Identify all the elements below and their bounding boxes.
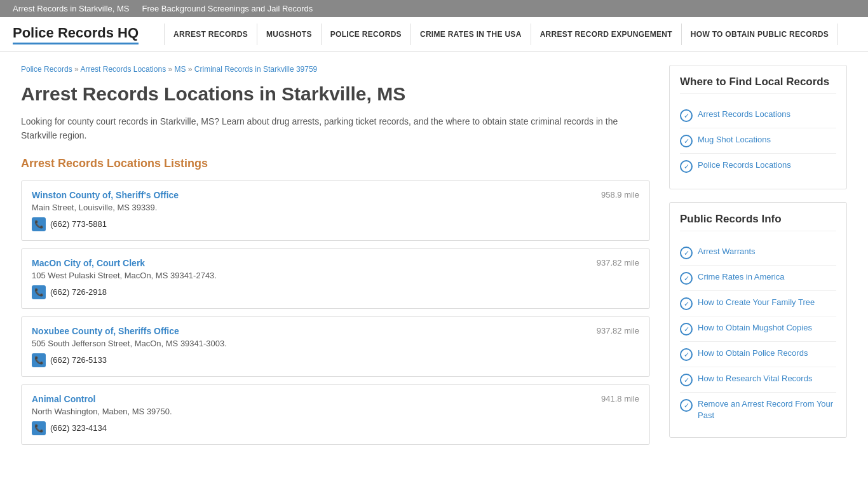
listing-phone: 📞 (662) 773-5881 [32,217,639,231]
sidebar-pub-link-4: ✓ How to Obtain Mugshot Copies [680,316,836,342]
listing-name: Noxubee County of, Sheriffs Office [32,326,179,336]
sidebar-remove-arrest-link[interactable]: Remove an Arrest Record From Your Past [698,398,836,421]
listing-distance: 941.8 mile [601,394,639,403]
phone-icon: 📞 [32,217,46,231]
check-icon: ✓ [680,348,693,361]
main-nav: ARREST RECORDS MUGSHOTS POLICE RECORDS C… [164,24,838,45]
nav-mugshots[interactable]: MUGSHOTS [257,24,322,45]
sidebar-local-link-3: ✓ Police Records Locations [680,154,836,179]
sidebar-mugshot-copies-link[interactable]: How to Obtain Mugshot Copies [698,322,812,334]
listing-address: Main Street, Louisville, MS 39339. [32,203,639,212]
check-icon: ✓ [680,135,693,147]
page-description: Looking for county court records in Star… [21,114,650,143]
check-icon: ✓ [680,247,693,259]
listing-card: Animal Control 941.8 mile North Washingt… [21,384,650,445]
page-title: Arrest Records Locations in Starkville, … [21,83,650,105]
sidebar-vital-records-link[interactable]: How to Research Vital Records [698,373,812,384]
check-icon: ✓ [680,323,693,336]
sidebar-police-records-info-link[interactable]: How to Obtain Police Records [698,348,808,359]
listing-phone: 📞 (662) 726-5133 [32,353,639,367]
sidebar-pub-link-6: ✓ How to Research Vital Records [680,367,836,393]
sidebar: Where to Find Local Records ✓ Arrest Rec… [669,65,847,452]
breadcrumb: Police Records » Arrest Records Location… [21,65,650,74]
sidebar-pub-link-1: ✓ Arrest Warrants [680,240,836,266]
sidebar-mug-shot-link[interactable]: Mug Shot Locations [698,134,771,146]
listing-card: Noxubee County of, Sheriffs Office 937.8… [21,316,650,377]
listing-name: MacOn City of, Court Clerk [32,258,145,268]
sidebar-crime-rates-link[interactable]: Crime Rates in America [698,271,785,283]
main-container: Police Records » Arrest Records Location… [8,52,860,465]
content-area: Police Records » Arrest Records Location… [21,65,650,452]
listing-header: Animal Control 941.8 mile [32,394,639,404]
sidebar-local-records-title: Where to Find Local Records [680,76,836,94]
check-icon: ✓ [680,160,693,173]
sidebar-police-records-link[interactable]: Police Records Locations [698,159,791,171]
check-icon: ✓ [680,399,693,412]
phone-number: (662) 773-5881 [50,219,107,229]
sidebar-arrest-records-link[interactable]: Arrest Records Locations [698,109,790,120]
topbar-link-2[interactable]: Free Background Screenings and Jail Reco… [142,4,313,13]
sidebar-pub-link-3: ✓ How to Create Your Family Tree [680,291,836,316]
sidebar-arrest-warrants-link[interactable]: Arrest Warrants [698,246,756,257]
listing-distance: 937.82 mile [597,258,639,268]
listing-distance: 937.82 mile [597,326,639,336]
listing-address: 105 West Pulaski Street, MacOn, MS 39341… [32,271,639,280]
listing-phone: 📞 (662) 726-2918 [32,285,639,299]
sidebar-pub-link-7: ✓ Remove an Arrest Record From Your Past [680,393,836,427]
sidebar-local-records-box: Where to Find Local Records ✓ Arrest Rec… [669,65,847,189]
sidebar-pub-link-5: ✓ How to Obtain Police Records [680,342,836,367]
listing-name: Animal Control [32,394,95,404]
breadcrumb-starkville[interactable]: Criminal Records in Starkville 39759 [194,65,317,74]
phone-number: (662) 323-4134 [50,423,107,433]
sidebar-pub-link-2: ✓ Crime Rates in America [680,266,836,291]
breadcrumb-arrest-locations[interactable]: Arrest Records Locations [80,65,166,74]
listing-card: MacOn City of, Court Clerk 937.82 mile 1… [21,248,650,309]
site-logo[interactable]: Police Records HQ [13,25,139,44]
sidebar-local-link-2: ✓ Mug Shot Locations [680,128,836,154]
nav-arrest-records[interactable]: ARREST RECORDS [164,24,257,45]
topbar-link-1[interactable]: Arrest Records in Starkville, MS [13,4,130,13]
phone-number: (662) 726-5133 [50,355,107,365]
nav-public-records[interactable]: HOW TO OBTAIN PUBLIC RECORDS [682,24,838,45]
listing-name: Winston County of, Sheriff's Office [32,190,179,200]
nav-crime-rates[interactable]: CRIME RATES IN THE USA [411,24,531,45]
check-icon: ✓ [680,297,693,310]
phone-number: (662) 726-2918 [50,287,107,297]
nav-police-records[interactable]: POLICE RECORDS [322,24,411,45]
phone-icon: 📞 [32,285,46,299]
section-heading: Arrest Records Locations Listings [21,157,650,170]
nav-expungement[interactable]: ARREST RECORD EXPUNGEMENT [531,24,682,45]
listing-header: Noxubee County of, Sheriffs Office 937.8… [32,326,639,336]
breadcrumb-police-records[interactable]: Police Records [21,65,72,74]
phone-icon: 📞 [32,421,46,435]
listing-address: 505 South Jefferson Street, MacOn, MS 39… [32,339,639,348]
phone-icon: 📞 [32,353,46,367]
sidebar-public-records-box: Public Records Info ✓ Arrest Warrants ✓ … [669,202,847,438]
listing-address: North Washington, Maben, MS 39750. [32,407,639,416]
listing-header: Winston County of, Sheriff's Office 958.… [32,190,639,200]
sidebar-public-records-title: Public Records Info [680,213,836,231]
sidebar-family-tree-link[interactable]: How to Create Your Family Tree [698,297,815,308]
sidebar-local-link-1: ✓ Arrest Records Locations [680,103,836,128]
listing-distance: 958.9 mile [601,190,639,200]
header: Police Records HQ ARREST RECORDS MUGSHOT… [0,17,868,52]
breadcrumb-ms[interactable]: MS [175,65,186,74]
check-icon: ✓ [680,374,693,386]
listing-header: MacOn City of, Court Clerk 937.82 mile [32,258,639,268]
listing-card: Winston County of, Sheriff's Office 958.… [21,180,650,241]
listing-phone: 📞 (662) 323-4134 [32,421,639,435]
check-icon: ✓ [680,272,693,285]
check-icon: ✓ [680,109,693,122]
top-bar: Arrest Records in Starkville, MS Free Ba… [0,0,868,17]
